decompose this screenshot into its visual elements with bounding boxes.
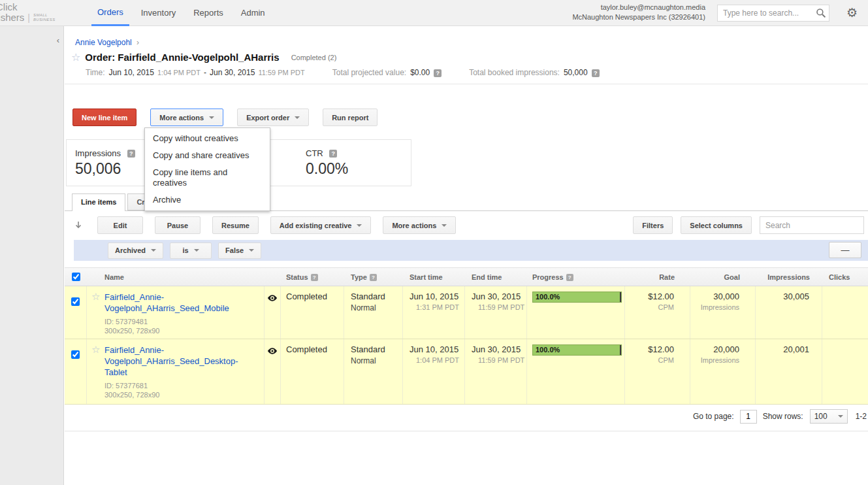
booked-impressions: 50,000 — [564, 68, 588, 77]
favorite-star-icon[interactable] — [91, 344, 100, 356]
caret-down-icon — [194, 249, 199, 254]
caret-down-icon — [249, 249, 254, 254]
edit-button[interactable]: Edit — [97, 216, 143, 234]
logo-line1: Click — [0, 2, 56, 12]
column-header-impressions[interactable]: Impressions — [756, 273, 822, 281]
filters-button[interactable]: Filters — [633, 216, 673, 234]
nav-tab-orders[interactable]: Orders — [91, 0, 129, 26]
menu-item-copy-and-share-creatives[interactable]: Copy and share creatives — [145, 147, 270, 164]
column-header-type[interactable]: Type — [344, 273, 403, 281]
preview-eye-icon[interactable] — [265, 339, 281, 404]
line-item-link[interactable]: Fairfield_Annie-Vogelpohl_AHarris_Seed_M… — [104, 292, 229, 313]
date-range-separator: - — [204, 68, 206, 77]
column-header-goal[interactable]: Goal — [690, 273, 756, 281]
caret-down-icon — [838, 415, 843, 420]
app-header: Click lishers | SMALL BUSINESS Orders In… — [0, 0, 868, 26]
pause-button[interactable]: Pause — [155, 216, 201, 234]
order-title-row: Order: Fairfield_Annie-Vogelpohl_AHarris… — [71, 51, 336, 63]
breadcrumb: Annie Vogelpohl › — [75, 38, 139, 47]
row-checkbox[interactable] — [71, 350, 80, 359]
menu-item-archive[interactable]: Archive — [145, 192, 270, 209]
help-icon — [592, 69, 600, 77]
cell-start-time: Jun 10, 2015 1:04 PM PDT — [403, 339, 465, 404]
cell-status: Completed — [281, 286, 344, 339]
column-header-start-time[interactable]: Start time — [403, 273, 465, 281]
filter-field-dropdown[interactable]: Archived — [108, 242, 163, 259]
favorite-star-icon[interactable] — [91, 291, 100, 303]
cell-impressions: 20,001 — [756, 339, 822, 404]
cell-start-time: Jun 10, 2015 1:31 PM PDT — [403, 286, 465, 339]
logo-badge: SMALL BUSINESS — [33, 13, 56, 22]
cell-status: Completed — [281, 339, 344, 404]
caret-down-icon — [357, 224, 362, 229]
help-icon — [311, 274, 318, 281]
preview-eye-icon[interactable] — [265, 286, 281, 339]
resume-button[interactable]: Resume — [212, 216, 259, 234]
nav-tab-admin[interactable]: Admin — [235, 0, 271, 26]
order-start-date: Jun 10, 2015 — [109, 68, 154, 77]
impressions-value: 50,006 — [75, 160, 135, 178]
column-header-rate[interactable]: Rate — [625, 273, 690, 281]
nav-tab-reports[interactable]: Reports — [187, 0, 229, 26]
cell-progress: 100.0% — [527, 286, 625, 339]
tab-line-items[interactable]: Line items — [72, 193, 125, 211]
menu-item-copy-without-creatives[interactable]: Copy without creatives — [145, 130, 270, 147]
progress-bar: 100.0% — [532, 292, 622, 303]
export-order-button[interactable]: Export order — [237, 109, 309, 126]
column-header-clicks[interactable]: Clicks — [822, 273, 868, 281]
help-icon — [566, 274, 573, 281]
cell-type: Standard Normal — [344, 339, 403, 404]
user-info: taylor.buley@mcnaughton.media McNaughton… — [572, 3, 705, 22]
more-actions-button[interactable]: More actions — [150, 109, 223, 126]
column-header-status[interactable]: Status — [281, 273, 344, 281]
table-header: Name Status Type Start time End time Pro… — [65, 267, 868, 286]
global-search — [717, 5, 829, 22]
cell-end-time: Jun 30, 2015 11:59 PM PDT — [465, 339, 527, 404]
collapse-panel-icon[interactable] — [54, 34, 63, 47]
global-search-input[interactable] — [717, 5, 829, 22]
column-header-end-time[interactable]: End time — [465, 273, 527, 281]
projected-value: $0.00 — [410, 68, 430, 77]
table-more-actions-button[interactable]: More actions — [383, 216, 456, 234]
cell-impressions: 30,005 — [756, 286, 822, 339]
user-email: taylor.buley@mcnaughton.media — [572, 3, 705, 12]
select-columns-button[interactable]: Select columns — [681, 216, 752, 234]
menu-item-copy-line-items-and-creatives[interactable]: Copy line items and creatives — [145, 164, 270, 192]
add-existing-creative-button[interactable]: Add existing creative — [270, 216, 372, 234]
column-header-name[interactable]: Name — [87, 273, 265, 281]
account-name: McNaughton Newspapers Inc (32926401) — [572, 12, 705, 22]
breadcrumb-link[interactable]: Annie Vogelpohl — [75, 38, 132, 47]
nav-tab-inventory[interactable]: Inventory — [135, 0, 182, 26]
search-icon[interactable] — [816, 8, 826, 21]
column-header-progress[interactable]: Progress — [527, 273, 625, 281]
page-number-input[interactable] — [740, 410, 757, 424]
rows-per-page-dropdown[interactable]: 100 — [810, 409, 848, 424]
line-item-link[interactable]: Fairfield_Annie-Vogelpohl_AHarris_Seed_D… — [104, 345, 238, 377]
projected-value-label: Total projected value: — [332, 68, 406, 77]
line-item-id: ID: 57377681 — [104, 382, 256, 390]
order-star-icon[interactable] — [71, 51, 80, 63]
table-row: Fairfield_Annie-Vogelpohl_AHarris_Seed_M… — [65, 286, 868, 339]
filter-value-dropdown[interactable]: False — [218, 242, 261, 259]
cell-clicks — [822, 339, 868, 404]
table-row: Fairfield_Annie-Vogelpohl_AHarris_Seed_D… — [65, 339, 868, 405]
run-report-button[interactable]: Run report — [323, 109, 378, 126]
progress-bar: 100.0% — [532, 344, 622, 356]
remove-filter-button[interactable]: — — [829, 242, 861, 258]
cell-clicks — [822, 286, 868, 339]
row-checkbox[interactable] — [71, 297, 80, 306]
select-all-checkbox[interactable] — [72, 273, 80, 281]
breadcrumb-separator-icon: › — [137, 38, 139, 47]
stat-ctr: CTR 0.00% — [306, 148, 348, 178]
order-end-date: Jun 30, 2015 — [210, 68, 255, 77]
settings-gear-icon[interactable] — [846, 5, 858, 20]
main-content: Annie Vogelpohl › Order: Fairfield_Annie… — [65, 26, 868, 485]
cell-progress: 100.0% — [527, 339, 625, 404]
time-label: Time: — [86, 68, 105, 77]
table-search-input[interactable] — [760, 216, 864, 234]
filter-bar: Archived is False — — [74, 240, 868, 261]
caret-down-icon — [295, 116, 300, 122]
new-line-item-button[interactable]: New line item — [72, 109, 137, 126]
line-item-sizes: 300x250, 728x90 — [104, 327, 256, 335]
filter-operator-dropdown[interactable]: is — [170, 242, 212, 259]
